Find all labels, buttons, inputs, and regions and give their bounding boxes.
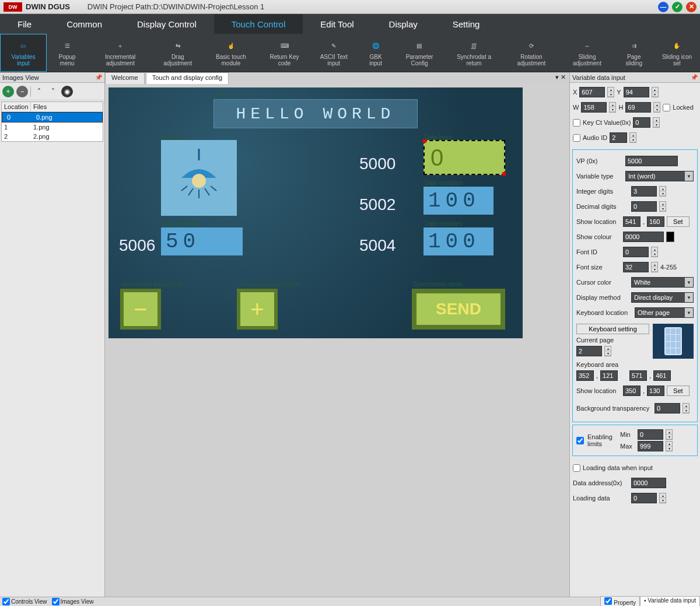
decdig-input[interactable]: 0 [631, 201, 657, 212]
ribbon-parameter-config[interactable]: ▤Parameter Config [393, 34, 445, 72]
ribbon-basic-touch[interactable]: ☝Basic touch module [202, 34, 259, 72]
data-var-5002[interactable]: 100 [424, 187, 494, 215]
svg-point-1 [192, 174, 206, 188]
ribbon-page-sliding[interactable]: ⇉Page sliding [614, 34, 654, 72]
increment-button[interactable]: + [237, 289, 278, 330]
remove-image-button[interactable]: − [16, 86, 28, 97]
keyboard-icon: ⌨ [278, 40, 291, 52]
fontsize-input[interactable]: 32 [623, 262, 649, 272]
kb-showloc-set-button[interactable]: Set [667, 386, 690, 396]
menu-setting[interactable]: Setting [435, 19, 498, 29]
locked-checkbox[interactable] [663, 104, 670, 111]
maximize-icon[interactable]: ✓ [672, 2, 682, 12]
showloc-set-button[interactable]: Set [667, 216, 690, 227]
kbarea-x2[interactable]: 571 [629, 370, 647, 381]
images-view-toggle[interactable] [52, 598, 60, 605]
menu-touch-control[interactable]: Touch Control [214, 14, 303, 34]
minimize-icon[interactable]: — [658, 2, 668, 12]
design-canvas[interactable]: Text HELLO WORLD VAR Icon 5000 5002 5004… [108, 87, 523, 338]
dataaddr-input[interactable]: 0000 [631, 478, 666, 488]
kb-showloc-y[interactable]: 130 [647, 386, 664, 396]
status-tab-variable-input[interactable]: ▪ Variable data input [640, 596, 700, 606]
bgtrans-input[interactable]: 0 [654, 403, 680, 414]
data-input-widget-selected[interactable]: 0 [424, 140, 505, 175]
close-icon[interactable]: ✕ [686, 2, 696, 12]
y-spinner[interactable]: ▴▾ [652, 87, 659, 97]
decrement-button[interactable]: − [120, 289, 161, 330]
h-input[interactable]: 69 [625, 102, 651, 113]
ribbon-gbk-input[interactable]: 🌐GBK input [358, 34, 393, 72]
add-image-button[interactable]: ＋ [2, 86, 14, 97]
col-location: Location [2, 102, 31, 111]
curpage-input[interactable]: 2 [576, 346, 602, 356]
vartype-select[interactable]: Int (word)▼ [625, 171, 694, 181]
sync-icon: ∭ [468, 40, 481, 52]
status-tab-property[interactable]: Property [600, 596, 640, 606]
tab-dropdown-icon[interactable]: ▾ ✕ [552, 72, 569, 84]
tab-welcome[interactable]: Welcome [105, 72, 145, 84]
data-var-5006[interactable]: 50 [161, 227, 243, 255]
showloc-x[interactable]: 541 [623, 216, 640, 227]
h-spinner[interactable]: ▴▾ [653, 102, 660, 113]
image-row-2[interactable]: 22.png [2, 132, 103, 141]
ribbon-return-key[interactable]: ⌨Return Key code [260, 34, 310, 72]
menu-display-control[interactable]: Display Control [120, 19, 214, 29]
ribbon-rotation-adjustment[interactable]: ⟳Rotation adjustment [503, 34, 561, 72]
hello-world-text[interactable]: HELLO WORLD [214, 99, 418, 128]
intdig-input[interactable]: 3 [631, 186, 657, 197]
kbarea-x1[interactable]: 352 [576, 370, 594, 381]
move-down-button[interactable]: ˅ [47, 86, 59, 97]
menu-edit-tool[interactable]: Edit Tool [303, 19, 371, 29]
w-spinner[interactable]: ▴▾ [609, 102, 616, 113]
var-icon-widget[interactable] [161, 140, 237, 216]
image-row-1[interactable]: 11.png [2, 122, 103, 132]
x-input[interactable]: 607 [579, 87, 605, 97]
ribbon-ascii-text[interactable]: ✎ASCII Text input [310, 34, 358, 72]
menu-file[interactable]: File [0, 19, 49, 29]
data-var-5004[interactable]: 100 [424, 227, 494, 255]
pin-icon[interactable]: 📌 [95, 74, 102, 80]
ribbon-sliding-adjustment[interactable]: ↔Sliding adjustment [560, 34, 614, 72]
fontid-input[interactable]: 0 [623, 247, 649, 257]
overlay-inc-adj-label-2: Incremental Adjustment [238, 281, 299, 288]
loading-data-checkbox[interactable] [573, 464, 580, 472]
max-input[interactable]: 999 [638, 441, 663, 451]
controls-view-toggle[interactable] [2, 598, 10, 605]
keyct-checkbox[interactable] [573, 119, 580, 127]
keyboard-setting-button[interactable]: Keyboard setting [576, 324, 649, 334]
color-swatch[interactable] [666, 232, 674, 242]
image-row-0[interactable]: 00.png [2, 112, 103, 122]
keyct-input[interactable]: 0 [633, 117, 650, 128]
ribbon-variables-input[interactable]: ▭Variables input [0, 34, 47, 72]
w-input[interactable]: 158 [581, 102, 607, 113]
loaddata-input[interactable]: 0 [631, 493, 657, 503]
pin-icon-right[interactable]: 📌 [691, 74, 698, 80]
dispmethod-select[interactable]: Direct display▼ [631, 292, 694, 303]
ribbon-popup-menu[interactable]: ☰Popup menu [47, 34, 88, 72]
kbarea-y2[interactable]: 461 [653, 370, 671, 381]
kbloc-select[interactable]: Other page▼ [635, 307, 694, 318]
menu-display[interactable]: Display [372, 19, 435, 29]
send-button[interactable]: SEND [412, 289, 505, 330]
ribbon-sliding-icon-sel[interactable]: ✋Sliding icon sel [654, 34, 700, 72]
tab-touch-config[interactable]: Touch and display config [146, 72, 229, 84]
min-input[interactable]: 0 [638, 429, 663, 440]
move-up-button[interactable]: ˄ [33, 86, 45, 97]
ribbon-drag-adjustment[interactable]: ⇆Drag adjustment [153, 34, 202, 72]
ribbon-incremental-adjustment[interactable]: ＋Incremental adjustment [88, 34, 153, 72]
showloc-y[interactable]: 160 [647, 216, 664, 227]
audio-checkbox[interactable] [573, 134, 580, 142]
kbarea-y1[interactable]: 121 [600, 370, 618, 381]
x-spinner[interactable]: ▴▾ [607, 87, 614, 97]
incremental-icon: ＋ [114, 40, 127, 52]
cursor-select[interactable]: White▼ [631, 277, 694, 288]
preview-button[interactable]: ◉ [61, 86, 73, 97]
ribbon-synchrodata[interactable]: ∭Synchrodat a return [446, 34, 503, 72]
enabling-limits-checkbox[interactable] [576, 437, 584, 444]
menu-common[interactable]: Common [49, 19, 120, 29]
showcolor-input[interactable]: 0000 [623, 232, 664, 242]
kb-showloc-x[interactable]: 350 [623, 386, 640, 396]
audio-input[interactable]: 2 [610, 132, 627, 143]
vp-input[interactable]: 5000 [625, 156, 678, 166]
y-input[interactable]: 94 [624, 87, 649, 97]
